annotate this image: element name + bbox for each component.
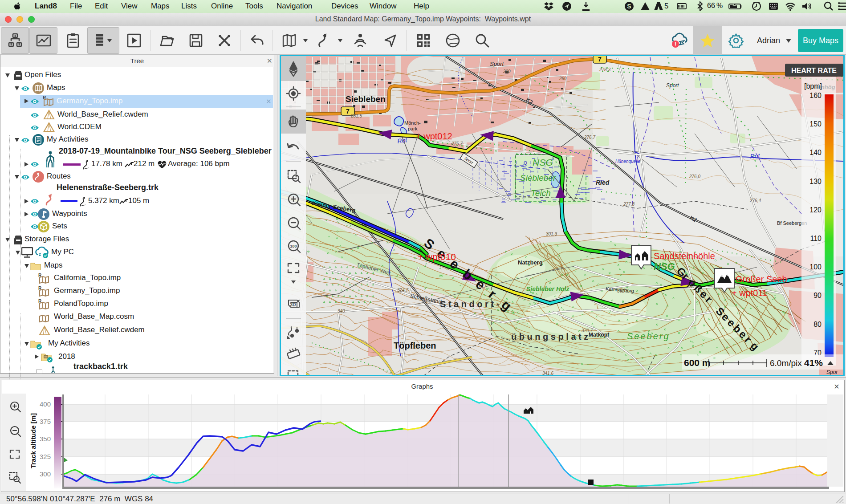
svg-text:362,8: 362,8 (617, 289, 628, 293)
svg-text:277,8: 277,8 (623, 202, 634, 207)
svg-text:Track altitude [m]: Track altitude [m] (29, 413, 37, 468)
svg-text:120: 120 (809, 206, 822, 214)
svg-text:S t a n d o r t -: S t a n d o r t - (440, 299, 499, 309)
svg-text:290: 290 (503, 69, 511, 74)
svg-text:Graphs: Graphs (411, 382, 433, 390)
svg-text:140: 140 (809, 149, 822, 156)
svg-text:NSG: NSG (654, 261, 675, 272)
svg-text:!: ! (675, 41, 676, 48)
svg-text:7: 7 (598, 56, 602, 63)
svg-text:280: 280 (559, 76, 567, 81)
svg-text:278,3: 278,3 (599, 67, 610, 72)
svg-text:300: 300 (40, 470, 51, 478)
svg-text:100: 100 (809, 263, 822, 271)
svg-text:Großer Seeb: Großer Seeb (736, 274, 787, 284)
svg-text:Natzberg: Natzberg (518, 259, 543, 266)
svg-text:276,4: 276,4 (749, 198, 761, 203)
svg-text:ü b u n g s p l a t z: ü b u n g s p l a t z (511, 332, 588, 341)
svg-text:Rot: Rot (750, 152, 761, 160)
svg-text:325: 325 (40, 453, 51, 460)
svg-text:+ wpt011: + wpt011 (732, 288, 767, 298)
svg-text:HEART RATE: HEART RATE (791, 67, 837, 74)
svg-text:41%: 41% (804, 358, 823, 368)
svg-text:110: 110 (810, 235, 822, 242)
svg-text:275,7: 275,7 (451, 141, 463, 146)
svg-text:+ wpt010: + wpt010 (418, 252, 456, 262)
svg-text:370,7: 370,7 (582, 328, 593, 333)
svg-text:276,0: 276,0 (689, 174, 700, 179)
svg-text:park: park (408, 126, 418, 131)
svg-text:+ wpt012: + wpt012 (416, 131, 452, 141)
svg-text:S: S (627, 3, 631, 10)
svg-text:3D: 3D (290, 302, 296, 307)
svg-text:✕: ✕ (834, 383, 839, 390)
svg-text:Sport: Sport (666, 82, 679, 89)
svg-text:375: 375 (40, 418, 51, 425)
svg-text:301,3: 301,3 (546, 232, 557, 236)
svg-text:Teich: Teich (531, 188, 551, 198)
svg-text:90: 90 (813, 292, 822, 299)
svg-text:100: 100 (290, 244, 297, 248)
svg-text:7: 7 (346, 108, 350, 115)
svg-text:Spor: Spor (826, 369, 838, 375)
svg-text:Mönch-: Mönch- (404, 120, 421, 126)
svg-text:276,7: 276,7 (584, 135, 595, 140)
svg-text:[bpm]: [bpm] (804, 82, 822, 90)
svg-text:Siebleber: Siebleber (520, 173, 556, 183)
svg-text:160: 160 (809, 92, 822, 99)
svg-text:Sandsteinhöhle: Sandsteinhöhle (654, 251, 715, 261)
svg-text:600 m: 600 m (684, 358, 711, 368)
svg-text:340: 340 (338, 309, 345, 313)
svg-text:Hünenquelle: Hünenquelle (615, 159, 641, 164)
svg-text:Siebleber Holz: Siebleber Holz (526, 285, 569, 293)
svg-text:281,5: 281,5 (350, 114, 362, 118)
svg-text:324,7: 324,7 (397, 288, 408, 293)
svg-text:Ried: Ried (596, 179, 610, 186)
svg-text:130: 130 (809, 178, 822, 185)
svg-text:Töpfleben: Töpfleben (394, 341, 436, 350)
svg-text:400: 400 (40, 400, 51, 408)
svg-text:Q: Q (524, 161, 527, 166)
svg-text:Seeberg: Seeberg (627, 331, 670, 341)
svg-text:80: 80 (813, 321, 822, 328)
svg-text:NSG: NSG (533, 157, 553, 167)
svg-text:Sport: Sport (490, 61, 504, 67)
svg-text:350: 350 (40, 435, 51, 443)
svg-text:150: 150 (809, 120, 822, 128)
svg-text:6.0m/pix: 6.0m/pix (770, 358, 802, 368)
svg-text:341,6: 341,6 (542, 371, 553, 375)
svg-text:Rot: Rot (397, 136, 408, 145)
svg-text:Siebleben: Siebleben (346, 94, 386, 104)
